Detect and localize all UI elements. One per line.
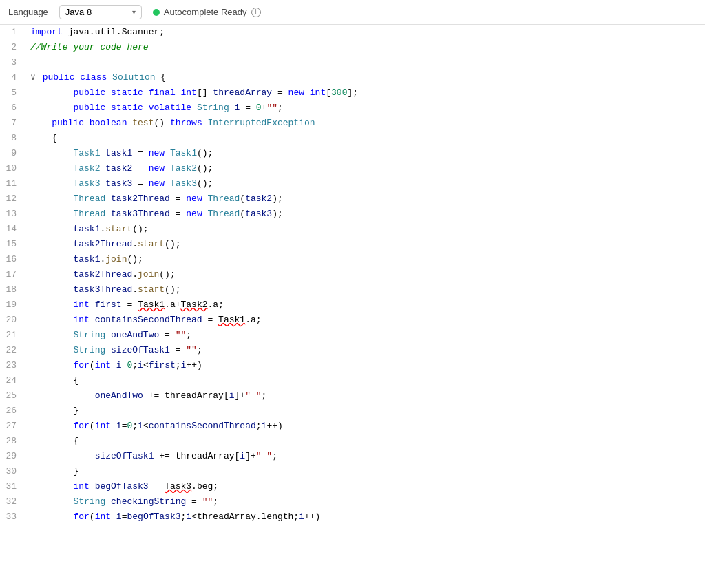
line-number: 15 (0, 237, 28, 252)
language-select[interactable]: Java 8 ▾ (59, 5, 142, 19)
line-number: 27 (0, 419, 28, 434)
table-row: 5 public static final int[] threadArray … (0, 85, 705, 101)
line-content: //Write your code here (28, 40, 705, 55)
line-content: Task1 task1 = new Task1(); (28, 146, 705, 161)
toolbar: Language Java 8 ▾ Autocomplete Ready i (0, 0, 705, 25)
line-content: } (28, 403, 705, 419)
line-number: 29 (0, 449, 28, 464)
language-label: Language (8, 7, 48, 17)
table-row: 17 task2Thread.join(); (0, 267, 705, 282)
line-content: task2Thread.start(); (28, 237, 705, 252)
table-row: 16 task1.join(); (0, 252, 705, 267)
line-number: 20 (0, 313, 28, 328)
table-row: 28 { (0, 434, 705, 449)
line-number: 18 (0, 282, 28, 297)
table-row: 22 String sizeOfTask1 = ""; (0, 343, 705, 358)
table-row: 4 ∨ public class Solution { (0, 70, 705, 85)
line-content: public static final int[] threadArray = … (28, 85, 705, 101)
table-row: 20 int containsSecondThread = Task1.a; (0, 313, 705, 328)
line-number: 22 (0, 343, 28, 358)
line-content: sizeOfTask1 += threadArray[i]+" "; (28, 449, 705, 464)
table-row: 8 { (0, 131, 705, 146)
table-row: 27 for(int i=0;i<containsSecondThread;i+… (0, 419, 705, 434)
table-row: 10 Task2 task2 = new Task2(); (0, 161, 705, 176)
table-row: 21 String oneAndTwo = ""; (0, 328, 705, 343)
line-number: 17 (0, 267, 28, 282)
line-number: 12 (0, 191, 28, 207)
info-icon[interactable]: i (251, 8, 261, 17)
autocomplete-status: Autocomplete Ready i (153, 7, 261, 17)
line-number: 14 (0, 222, 28, 237)
line-number: 13 (0, 207, 28, 222)
line-number: 28 (0, 434, 28, 449)
table-row: 26 } (0, 403, 705, 419)
line-content: task2Thread.join(); (28, 267, 705, 282)
line-number: 6 (0, 101, 28, 116)
line-content: task3Thread.start(); (28, 282, 705, 297)
line-content: Thread task3Thread = new Thread(task3); (28, 207, 705, 222)
line-number: 8 (0, 131, 28, 146)
code-editor[interactable]: 1 import java.util.Scanner; 2 //Write yo… (0, 25, 705, 588)
line-content: int containsSecondThread = Task1.a; (28, 313, 705, 328)
line-number: 2 (0, 40, 28, 55)
line-content: task1.join(); (28, 252, 705, 267)
table-row: 7 public boolean test() throws Interrupt… (0, 116, 705, 131)
line-number: 30 (0, 464, 28, 479)
table-row: 24 { (0, 373, 705, 388)
table-row: 30 } (0, 464, 705, 479)
table-row: 15 task2Thread.start(); (0, 237, 705, 252)
line-content: for(int i=0;i<first;i++) (28, 358, 705, 373)
autocomplete-text: Autocomplete Ready (164, 7, 247, 17)
line-number: 33 (0, 510, 28, 525)
table-row: 29 sizeOfTask1 += threadArray[i]+" "; (0, 449, 705, 464)
line-number: 16 (0, 252, 28, 267)
line-content: for(int i=0;i<containsSecondThread;i++) (28, 419, 705, 434)
line-content: int begOfTask3 = Task3.beg; (28, 479, 705, 494)
line-content: Task2 task2 = new Task2(); (28, 161, 705, 176)
table-row: 1 import java.util.Scanner; (0, 25, 705, 40)
status-dot-icon (153, 9, 160, 16)
line-content: { (28, 131, 705, 146)
table-row: 9 Task1 task1 = new Task1(); (0, 146, 705, 161)
line-content: String sizeOfTask1 = ""; (28, 343, 705, 358)
table-row: 6 public static volatile String i = 0+""… (0, 101, 705, 116)
line-number: 31 (0, 479, 28, 494)
line-number: 7 (0, 116, 28, 131)
line-content: Thread task2Thread = new Thread(task2); (28, 191, 705, 207)
table-row: 14 task1.start(); (0, 222, 705, 237)
line-number: 23 (0, 358, 28, 373)
table-row: 13 Thread task3Thread = new Thread(task3… (0, 207, 705, 222)
line-number: 1 (0, 25, 28, 40)
line-number: 3 (0, 55, 28, 70)
line-content: task1.start(); (28, 222, 705, 237)
line-content: int first = Task1.a+Task2.a; (28, 297, 705, 313)
language-value: Java 8 (65, 7, 92, 17)
line-number: 24 (0, 373, 28, 388)
table-row: 3 (0, 55, 705, 70)
line-content: public static volatile String i = 0+""; (28, 101, 705, 116)
line-content: { (28, 373, 705, 388)
line-content: Task3 task3 = new Task3(); (28, 176, 705, 191)
table-row: 31 int begOfTask3 = Task3.beg; (0, 479, 705, 494)
line-content: ∨ public class Solution { (28, 70, 705, 85)
fold-arrow[interactable]: ∨ (30, 72, 36, 83)
line-number: 19 (0, 297, 28, 313)
line-content: String oneAndTwo = ""; (28, 328, 705, 343)
line-number: 4 (0, 70, 28, 85)
table-row: 11 Task3 task3 = new Task3(); (0, 176, 705, 191)
line-content: String checkingString = ""; (28, 494, 705, 510)
table-row: 18 task3Thread.start(); (0, 282, 705, 297)
line-number: 11 (0, 176, 28, 191)
line-number: 21 (0, 328, 28, 343)
line-content: for(int i=begOfTask3;i<threadArray.lengt… (28, 510, 705, 525)
line-number: 9 (0, 146, 28, 161)
line-number: 32 (0, 494, 28, 510)
line-number: 25 (0, 388, 28, 403)
table-row: 32 String checkingString = ""; (0, 494, 705, 510)
line-content: oneAndTwo += threadArray[i]+" "; (28, 388, 705, 403)
table-row: 23 for(int i=0;i<first;i++) (0, 358, 705, 373)
line-number: 10 (0, 161, 28, 176)
table-row: 25 oneAndTwo += threadArray[i]+" "; (0, 388, 705, 403)
line-content: public boolean test() throws Interrupted… (28, 116, 705, 131)
table-row: 33 for(int i=begOfTask3;i<threadArray.le… (0, 510, 705, 525)
